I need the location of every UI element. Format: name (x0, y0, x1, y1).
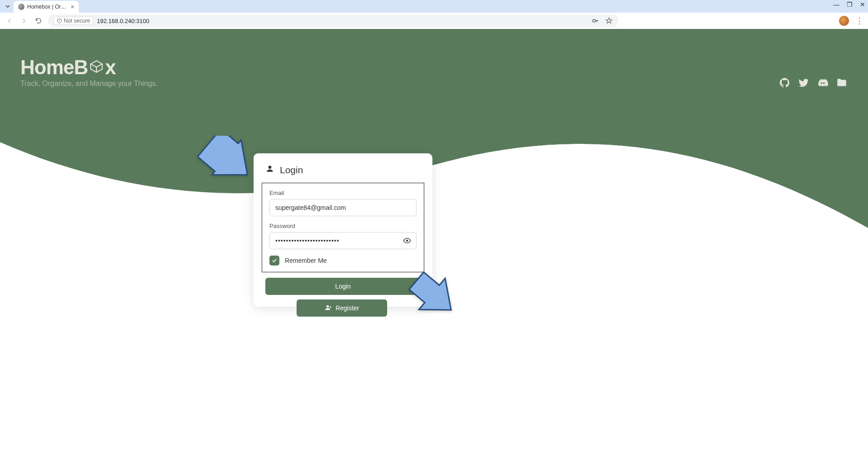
remember-checkbox[interactable] (269, 256, 279, 266)
browser-addressbar: Not secure 192.168.0.240:3100 ⋮ (0, 13, 868, 29)
tab-title: Homebox | Organ (27, 4, 68, 10)
register-button[interactable]: Register (297, 299, 387, 317)
svg-point-2 (406, 240, 408, 242)
brand-name: HomeB x (20, 56, 158, 79)
annotation-arrow-icon (197, 136, 256, 185)
tab-favicon-icon (18, 4, 24, 10)
browser-tab[interactable]: Homebox | Organ × (14, 1, 79, 13)
person-icon (265, 164, 274, 176)
nav-back-icon[interactable] (5, 16, 14, 26)
password-key-icon[interactable] (591, 17, 599, 25)
eye-icon[interactable] (403, 237, 411, 247)
tab-close-icon[interactable]: × (71, 3, 74, 10)
social-links (779, 77, 848, 90)
hero-background (0, 29, 868, 165)
remember-label: Remember Me (285, 257, 327, 264)
discord-icon[interactable] (817, 77, 829, 90)
svg-point-3 (326, 305, 329, 307)
login-card-title: Login (265, 164, 421, 176)
page-content: HomeB x Track, Organize, and Manage your… (0, 29, 868, 465)
login-button[interactable]: Login (265, 278, 421, 295)
email-label: Email (269, 190, 417, 196)
person-add-icon (325, 304, 332, 313)
nav-forward-icon[interactable] (19, 16, 29, 26)
url-field[interactable]: Not secure 192.168.0.240:3100 (48, 14, 619, 27)
login-card: Login Email Password Remember Me Login (254, 153, 432, 307)
address-right (591, 17, 613, 25)
brand-name-post: x (105, 56, 115, 79)
svg-point-1 (269, 166, 272, 169)
tab-dropdown-icon[interactable] (4, 2, 12, 10)
window-close-icon[interactable]: ✕ (860, 1, 865, 8)
folder-icon[interactable] (836, 77, 848, 90)
not-secure-label: Not secure (64, 18, 90, 24)
browser-titlebar: Homebox | Organ × — ❐ ✕ (0, 0, 868, 13)
window-controls: — ❐ ✕ (833, 1, 865, 8)
nav-reload-icon[interactable] (34, 16, 43, 26)
annotation-arrow-icon (407, 270, 461, 320)
remember-row: Remember Me (269, 256, 417, 266)
svg-point-0 (593, 19, 595, 22)
browser-chrome: Homebox | Organ × — ❐ ✕ Not secure 192.1… (0, 0, 868, 29)
login-form: Email Password Remember Me (262, 183, 424, 272)
github-icon[interactable] (779, 77, 791, 90)
brand-name-pre: HomeB (20, 56, 88, 79)
email-field[interactable] (269, 199, 417, 216)
not-secure-badge[interactable]: Not secure (53, 17, 93, 25)
box-icon (89, 56, 104, 79)
register-label: Register (336, 304, 359, 312)
profile-avatar-icon[interactable] (839, 16, 849, 26)
password-field[interactable] (269, 232, 417, 249)
brand-tagline: Track, Organize, and Manage your Things. (20, 80, 158, 88)
url-text: 192.168.0.240:3100 (97, 18, 149, 24)
password-label: Password (269, 223, 417, 229)
brand-logo: HomeB x Track, Organize, and Manage your… (20, 56, 158, 88)
window-minimize-icon[interactable]: — (833, 1, 839, 8)
browser-menu-icon[interactable]: ⋮ (855, 16, 863, 26)
window-maximize-icon[interactable]: ❐ (847, 1, 853, 8)
twitter-icon[interactable] (798, 77, 810, 90)
login-title-text: Login (280, 165, 303, 176)
bookmark-star-icon[interactable] (605, 17, 613, 25)
